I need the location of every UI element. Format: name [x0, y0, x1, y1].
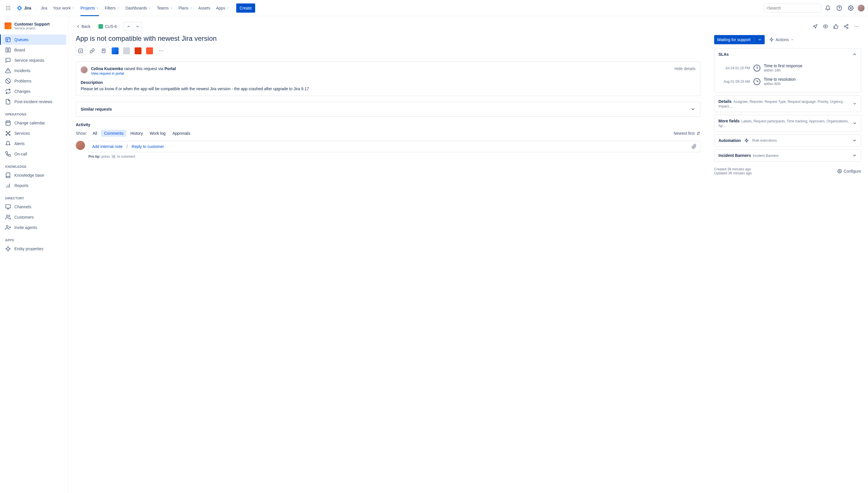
status-row: Waiting for support Actions [714, 35, 861, 44]
section-directory: DIRECTORY [2, 191, 66, 202]
svg-point-62 [855, 26, 855, 27]
nav-assets[interactable]: Assets [196, 0, 213, 16]
help-icon[interactable] [835, 3, 844, 13]
issue-toolbar [76, 46, 700, 56]
details-panel: DetailsAssignee, Reporter, Request Type,… [714, 95, 861, 112]
chevron-down-icon [227, 7, 229, 9]
project-icon [5, 22, 12, 29]
sidebar-item-changes[interactable]: Changes [2, 86, 66, 97]
sidebar-item-channels[interactable]: Channels [2, 202, 66, 212]
chevron-down-icon [791, 38, 794, 41]
feedback-icon[interactable] [810, 22, 820, 31]
description-text[interactable]: Please let us know if or when the app wi… [81, 86, 695, 91]
sidebar-item-incidents[interactable]: Incidents [2, 65, 66, 76]
tab-all[interactable]: All [90, 130, 100, 137]
app-button-3[interactable] [145, 46, 155, 56]
svg-point-6 [6, 9, 7, 10]
next-issue-button[interactable] [133, 22, 142, 31]
project-type: Service project [14, 26, 50, 30]
more-actions-icon[interactable] [852, 22, 861, 31]
prev-issue-button[interactable] [124, 22, 133, 31]
svg-marker-46 [6, 246, 10, 251]
sidebar-item-reports[interactable]: Reports [2, 180, 66, 191]
app-button-2[interactable] [133, 46, 143, 56]
chevron-down-icon [190, 7, 192, 9]
similar-requests-card[interactable]: Similar requests [76, 102, 700, 116]
nav-plans[interactable]: Plans [176, 0, 195, 16]
sidebar-item-alerts[interactable]: Alerts [2, 138, 66, 149]
confluence-button[interactable] [110, 46, 120, 56]
user-avatar[interactable] [858, 5, 865, 12]
automation-panel: AutomationRule executions [714, 134, 861, 147]
issue-title[interactable]: App is not compatible with newest Jira v… [76, 35, 700, 43]
users-icon [5, 214, 11, 220]
chevron-left-icon [76, 24, 81, 29]
sidebar-item-services[interactable]: Services [2, 128, 66, 138]
link-button[interactable] [87, 46, 97, 56]
slas-header[interactable]: SLAs [714, 48, 861, 60]
topnav-left: Jira Jira Your work Projects Filters Das… [3, 0, 255, 16]
reply-to-customer-link[interactable]: Reply to customer [132, 144, 164, 149]
tab-approvals[interactable]: Approvals [169, 130, 193, 137]
breadcrumb-row: Back CUS-6 [76, 22, 700, 31]
notifications-icon[interactable] [823, 3, 832, 13]
add-internal-note-link[interactable]: Add internal note [92, 144, 122, 149]
nav-projects[interactable]: Projects [78, 0, 101, 16]
nav-filters[interactable]: Filters [102, 0, 122, 16]
watch-icon[interactable] [821, 22, 830, 31]
configure-button[interactable]: Configure [837, 169, 861, 173]
lightning-icon [769, 37, 774, 42]
nav-dashboards[interactable]: Dashboards [123, 0, 154, 16]
back-link[interactable]: Back [76, 24, 90, 29]
attach-button[interactable] [76, 46, 86, 56]
issue-key-link[interactable]: CUS-6 [98, 24, 117, 29]
sidebar-item-invite-agents[interactable]: Invite agents [2, 222, 66, 233]
issue-type-icon [98, 24, 103, 29]
nav-apps[interactable]: Apps [214, 0, 232, 16]
book-icon [5, 172, 11, 178]
search-input[interactable] [768, 6, 818, 10]
sidebar-item-board[interactable]: Board [2, 45, 66, 55]
detail-panel: Waiting for support Actions SLAs Jul 24 … [707, 16, 868, 493]
sidebar-item-problems[interactable]: Problems [2, 76, 66, 86]
app-button-1[interactable] [122, 46, 132, 56]
svg-line-22 [6, 79, 10, 83]
jira-logo[interactable]: Jira [14, 5, 33, 12]
hide-details-link[interactable]: Hide details [675, 66, 695, 71]
view-in-portal-link[interactable]: View request in portal [91, 71, 124, 76]
actions-dropdown[interactable]: Actions [767, 36, 796, 44]
details-header[interactable]: DetailsAssignee, Reporter, Request Type,… [714, 96, 861, 112]
more-fields-header[interactable]: More fieldsLabels, Request participants,… [714, 115, 861, 131]
nav-jira[interactable]: Jira [39, 0, 50, 16]
more-tools-button[interactable] [156, 46, 166, 56]
automation-header[interactable]: AutomationRule executions [714, 135, 861, 146]
nav-your-work[interactable]: Your work [50, 0, 77, 16]
comment-input-box[interactable]: Add internal note / Reply to customer [88, 141, 700, 152]
sla-row-first-response: Jul 24 01:15 PM Time to first response w… [718, 61, 857, 75]
sidebar-project-header[interactable]: Customer Support Service project [2, 22, 66, 35]
nav-teams[interactable]: Teams [155, 0, 175, 16]
vote-icon[interactable] [831, 22, 841, 31]
sidebar-item-customers[interactable]: Customers [2, 212, 66, 222]
create-button[interactable]: Create [236, 3, 255, 13]
sidebar-item-on-call[interactable]: On-call [2, 149, 66, 159]
share-icon[interactable] [842, 22, 851, 31]
tab-worklog[interactable]: Work log [147, 130, 168, 137]
status-dropdown[interactable]: Waiting for support [714, 35, 765, 44]
attachment-icon[interactable] [691, 144, 696, 149]
sidebar-item-service-requests[interactable]: Service requests [2, 55, 66, 65]
sidebar-item-post-incident[interactable]: Post-incident reviews [2, 97, 66, 107]
app-switcher-icon[interactable] [3, 3, 13, 13]
settings-icon[interactable] [846, 3, 855, 13]
sidebar-item-entity-properties[interactable]: Entity properties [2, 244, 66, 254]
tab-comments[interactable]: Comments [101, 130, 126, 137]
incident-banners-header[interactable]: Incident BannersIncident Banners [714, 150, 861, 161]
search-box[interactable] [763, 3, 821, 13]
sidebar-item-queues[interactable]: Queues [2, 35, 66, 45]
requester-avatar[interactable] [81, 66, 88, 73]
tab-history[interactable]: History [128, 130, 146, 137]
sort-button[interactable]: Newest first [674, 131, 700, 135]
page-button[interactable] [99, 46, 109, 56]
sidebar-item-change-calendar[interactable]: Change calendar [2, 118, 66, 128]
sidebar-item-knowledge-base[interactable]: Knowledge base [2, 170, 66, 180]
